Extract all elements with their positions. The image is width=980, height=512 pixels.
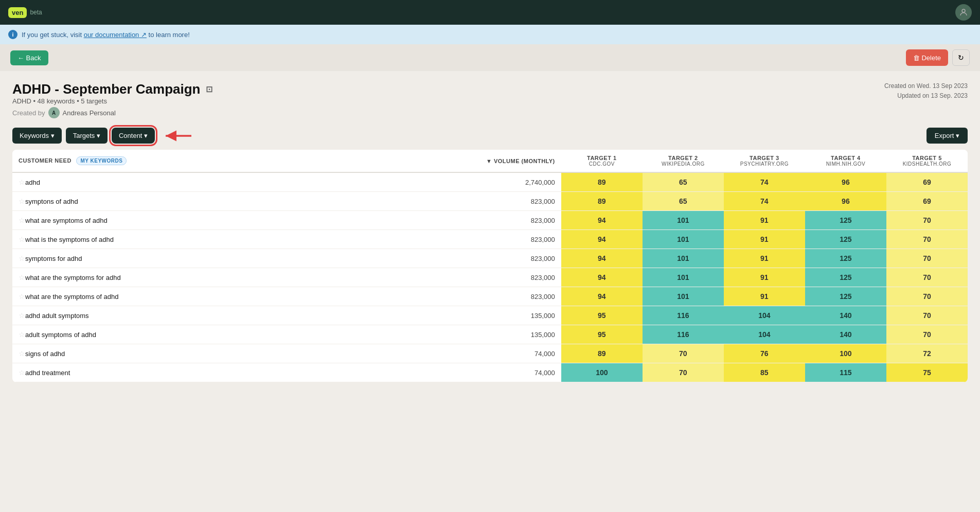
star-icon[interactable]: ☆ xyxy=(19,178,25,186)
campaign-meta: ADHD • 48 keywords • 5 targets xyxy=(12,97,212,105)
score-target1: 100 xyxy=(561,363,643,382)
campaign-title: ADHD - September Campaign ⊡ xyxy=(12,81,212,97)
score-target5: 70 xyxy=(886,325,968,344)
target1-header: Target 1 CDC.GOV xyxy=(561,150,643,172)
keyword-text: what are the symptoms for adhd xyxy=(25,274,121,281)
created-info: Created on Wed. 13 Sep 2023 Updated on 1… xyxy=(884,81,968,101)
content-button[interactable]: Content ▾ xyxy=(112,128,155,144)
score-target2: 70 xyxy=(643,344,724,363)
export-button[interactable]: Export ▾ xyxy=(926,128,968,144)
score-target2: 70 xyxy=(643,363,724,382)
score-target4: 125 xyxy=(805,211,886,230)
score-target1: 95 xyxy=(561,306,643,325)
star-icon[interactable]: ☆ xyxy=(19,235,25,243)
table-row: ☆symptoms for adhd823,000941019112570 xyxy=(12,249,968,268)
keyword-text: signs of adhd xyxy=(25,350,65,358)
score-target1: 94 xyxy=(561,211,643,230)
score-target2: 101 xyxy=(643,230,724,249)
logo-area: ven beta xyxy=(8,7,42,18)
score-target5: 70 xyxy=(886,306,968,325)
keyword-text: what are the symptoms of adhd xyxy=(25,293,118,301)
volume-cell: 823,000 xyxy=(419,268,561,287)
score-target2: 101 xyxy=(643,249,724,268)
keyword-text: symptoms for adhd xyxy=(25,255,82,262)
score-target3: 91 xyxy=(724,268,805,287)
score-target1: 94 xyxy=(561,230,643,249)
docs-link[interactable]: our documentation ↗ xyxy=(84,31,147,39)
action-right: 🗑 Delete ↻ xyxy=(906,49,970,66)
score-target3: 104 xyxy=(724,325,805,344)
score-target4: 115 xyxy=(805,363,886,382)
my-keywords-badge[interactable]: My Keywords xyxy=(76,156,127,165)
score-target3: 91 xyxy=(724,230,805,249)
customer-need-header: Customer Need My Keywords xyxy=(12,150,419,172)
info-banner: i If you get stuck, visit our documentat… xyxy=(0,25,980,44)
score-target1: 94 xyxy=(561,287,643,306)
volume-header[interactable]: ▼ Volume (Monthly) xyxy=(419,150,561,172)
table-row: ☆adhd2,740,0008965749669 xyxy=(12,172,968,192)
keyword-text: symptons of adhd xyxy=(25,198,78,205)
volume-cell: 823,000 xyxy=(419,192,561,211)
toolbar: Keywords ▾ Targets ▾ Content ▾ Export ▾ xyxy=(12,121,968,144)
keyword-text: what are symptoms of adhd xyxy=(25,217,108,224)
table-row: ☆adult symptoms of adhd135,0009511610414… xyxy=(12,325,968,344)
volume-cell: 74,000 xyxy=(419,344,561,363)
score-target3: 76 xyxy=(724,344,805,363)
delete-button[interactable]: 🗑 Delete xyxy=(906,49,948,66)
action-bar: ← Back 🗑 Delete ↻ xyxy=(0,44,980,71)
refresh-button[interactable]: ↻ xyxy=(952,49,970,66)
star-icon[interactable]: ☆ xyxy=(19,216,25,224)
score-target3: 74 xyxy=(724,192,805,211)
score-target1: 95 xyxy=(561,325,643,344)
score-target1: 89 xyxy=(561,192,643,211)
created-by: Created by A Andreas Personal xyxy=(12,107,212,118)
keyword-text: adult symptoms of adhd xyxy=(25,331,96,339)
keywords-button[interactable]: Keywords ▾ xyxy=(12,128,62,144)
star-icon[interactable]: ☆ xyxy=(19,273,25,281)
volume-cell: 135,000 xyxy=(419,325,561,344)
banner-text: If you get stuck, visit our documentatio… xyxy=(22,31,190,39)
data-table: Customer Need My Keywords ▼ Volume (Mont… xyxy=(12,150,968,382)
score-target2: 101 xyxy=(643,211,724,230)
score-target2: 116 xyxy=(643,306,724,325)
score-target5: 70 xyxy=(886,287,968,306)
score-target1: 89 xyxy=(561,344,643,363)
score-target5: 69 xyxy=(886,172,968,192)
star-icon[interactable]: ☆ xyxy=(19,254,25,262)
score-target4: 125 xyxy=(805,287,886,306)
target5-header: Target 5 KIDSHEALTH.ORG xyxy=(886,150,968,172)
score-target3: 91 xyxy=(724,211,805,230)
star-icon[interactable]: ☆ xyxy=(19,368,25,377)
table-row: ☆what are the symptoms of adhd823,000941… xyxy=(12,287,968,306)
keyword-text: adhd treatment xyxy=(25,369,70,377)
table-row: ☆adhd adult symptoms135,0009511610414070 xyxy=(12,306,968,325)
score-target4: 100 xyxy=(805,344,886,363)
logo: ven xyxy=(8,7,27,18)
creator-avatar: A xyxy=(48,107,60,118)
score-target1: 89 xyxy=(561,172,643,192)
star-icon[interactable]: ☆ xyxy=(19,330,25,339)
star-icon[interactable]: ☆ xyxy=(19,292,25,301)
star-icon[interactable]: ☆ xyxy=(19,197,25,205)
back-button[interactable]: ← Back xyxy=(10,50,48,65)
score-target4: 125 xyxy=(805,230,886,249)
table-row: ☆signs of adhd74,00089707610072 xyxy=(12,344,968,363)
score-target2: 101 xyxy=(643,268,724,287)
star-icon[interactable]: ☆ xyxy=(19,349,25,358)
top-navigation: ven beta xyxy=(0,0,980,25)
targets-button[interactable]: Targets ▾ xyxy=(66,128,108,144)
score-target4: 96 xyxy=(805,172,886,192)
score-target2: 101 xyxy=(643,287,724,306)
score-target4: 125 xyxy=(805,249,886,268)
table-row: ☆what is the symptoms of adhd823,0009410… xyxy=(12,230,968,249)
volume-cell: 2,740,000 xyxy=(419,172,561,192)
score-target5: 70 xyxy=(886,249,968,268)
user-avatar[interactable] xyxy=(955,4,972,21)
toolbar-left: Keywords ▾ Targets ▾ Content ▾ xyxy=(12,128,194,144)
edit-icon[interactable]: ⊡ xyxy=(206,84,212,94)
keyword-text: what is the symptoms of adhd xyxy=(25,236,114,243)
star-icon[interactable]: ☆ xyxy=(19,311,25,320)
content-area: ADHD - September Campaign ⊡ ADHD • 48 ke… xyxy=(0,71,980,387)
volume-cell: 823,000 xyxy=(419,230,561,249)
score-target5: 72 xyxy=(886,344,968,363)
